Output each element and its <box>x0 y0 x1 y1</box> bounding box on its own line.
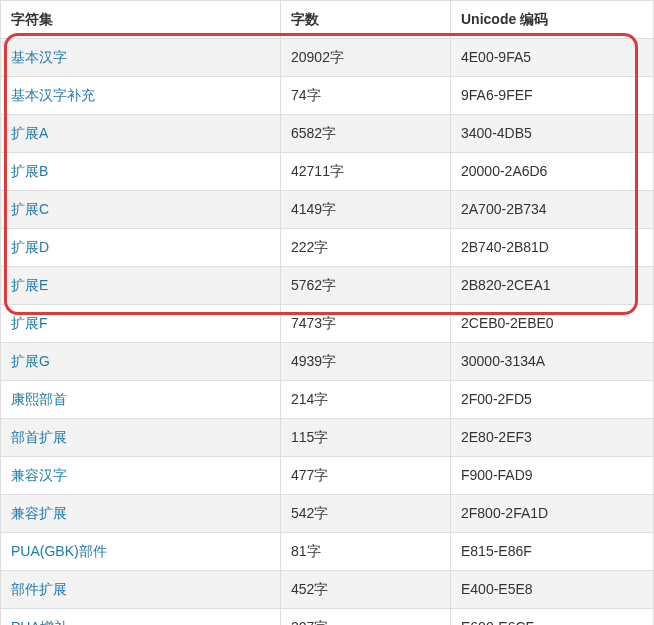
table-row: 扩展F7473字2CEB0-2EBE0 <box>1 305 654 343</box>
char-count: 20902字 <box>281 39 451 77</box>
char-count: 4149字 <box>281 191 451 229</box>
charset-link[interactable]: 扩展G <box>11 353 50 369</box>
char-count: 6582字 <box>281 115 451 153</box>
charset-link[interactable]: 部首扩展 <box>11 429 67 445</box>
char-count: 452字 <box>281 571 451 609</box>
unicode-range: 4E00-9FA5 <box>451 39 654 77</box>
char-count: 42711字 <box>281 153 451 191</box>
charset-link[interactable]: 基本汉字补充 <box>11 87 95 103</box>
unicode-range: 30000-3134A <box>451 343 654 381</box>
char-count: 542字 <box>281 495 451 533</box>
charset-link[interactable]: 扩展F <box>11 315 48 331</box>
charset-link[interactable]: 部件扩展 <box>11 581 67 597</box>
header-charset: 字符集 <box>1 1 281 39</box>
charset-link[interactable]: 扩展E <box>11 277 48 293</box>
unicode-range: 2E80-2EF3 <box>451 419 654 457</box>
table-row: 扩展B42711字20000-2A6D6 <box>1 153 654 191</box>
charset-link[interactable]: 兼容扩展 <box>11 505 67 521</box>
char-count: 477字 <box>281 457 451 495</box>
charset-link[interactable]: 扩展A <box>11 125 48 141</box>
header-count: 字数 <box>281 1 451 39</box>
unicode-range: 2A700-2B734 <box>451 191 654 229</box>
unicode-range: 2F00-2FD5 <box>451 381 654 419</box>
unicode-range: F900-FAD9 <box>451 457 654 495</box>
char-count: 115字 <box>281 419 451 457</box>
table-row: 扩展G4939字30000-3134A <box>1 343 654 381</box>
unicode-range: E815-E86F <box>451 533 654 571</box>
unicode-range: 9FA6-9FEF <box>451 77 654 115</box>
unicode-range: E400-E5E8 <box>451 571 654 609</box>
charset-link[interactable]: PUA(GBK)部件 <box>11 543 107 559</box>
unicode-range: 2B820-2CEA1 <box>451 267 654 305</box>
unicode-range: 20000-2A6D6 <box>451 153 654 191</box>
header-code: Unicode 编码 <box>451 1 654 39</box>
unicode-range: 3400-4DB5 <box>451 115 654 153</box>
table-row: 部首扩展115字2E80-2EF3 <box>1 419 654 457</box>
char-count: 207字 <box>281 609 451 626</box>
char-count: 81字 <box>281 533 451 571</box>
table-row: 兼容汉字477字F900-FAD9 <box>1 457 654 495</box>
table-row: 扩展D222字2B740-2B81D <box>1 229 654 267</box>
table-row: 基本汉字20902字4E00-9FA5 <box>1 39 654 77</box>
table-header-row: 字符集 字数 Unicode 编码 <box>1 1 654 39</box>
unicode-range: 2F800-2FA1D <box>451 495 654 533</box>
charset-link[interactable]: 扩展C <box>11 201 49 217</box>
char-count: 222字 <box>281 229 451 267</box>
charset-link[interactable]: 兼容汉字 <box>11 467 67 483</box>
table-row: 扩展C4149字2A700-2B734 <box>1 191 654 229</box>
charset-table: 字符集 字数 Unicode 编码 基本汉字20902字4E00-9FA5基本汉… <box>0 0 654 625</box>
char-count: 214字 <box>281 381 451 419</box>
unicode-range: E600-E6CF <box>451 609 654 626</box>
table-row: 扩展A6582字3400-4DB5 <box>1 115 654 153</box>
table-row: 康熙部首214字2F00-2FD5 <box>1 381 654 419</box>
table-row: 扩展E5762字2B820-2CEA1 <box>1 267 654 305</box>
char-count: 74字 <box>281 77 451 115</box>
unicode-range: 2B740-2B81D <box>451 229 654 267</box>
charset-link[interactable]: 扩展B <box>11 163 48 179</box>
char-count: 7473字 <box>281 305 451 343</box>
charset-link[interactable]: PUA增补 <box>11 619 68 625</box>
table-row: 兼容扩展542字2F800-2FA1D <box>1 495 654 533</box>
table-row: PUA(GBK)部件81字E815-E86F <box>1 533 654 571</box>
charset-link[interactable]: 康熙部首 <box>11 391 67 407</box>
table-row: 基本汉字补充74字9FA6-9FEF <box>1 77 654 115</box>
table-row: 部件扩展452字E400-E5E8 <box>1 571 654 609</box>
charset-link[interactable]: 基本汉字 <box>11 49 67 65</box>
char-count: 5762字 <box>281 267 451 305</box>
unicode-range: 2CEB0-2EBE0 <box>451 305 654 343</box>
table-row: PUA增补207字E600-E6CF <box>1 609 654 626</box>
char-count: 4939字 <box>281 343 451 381</box>
charset-link[interactable]: 扩展D <box>11 239 49 255</box>
